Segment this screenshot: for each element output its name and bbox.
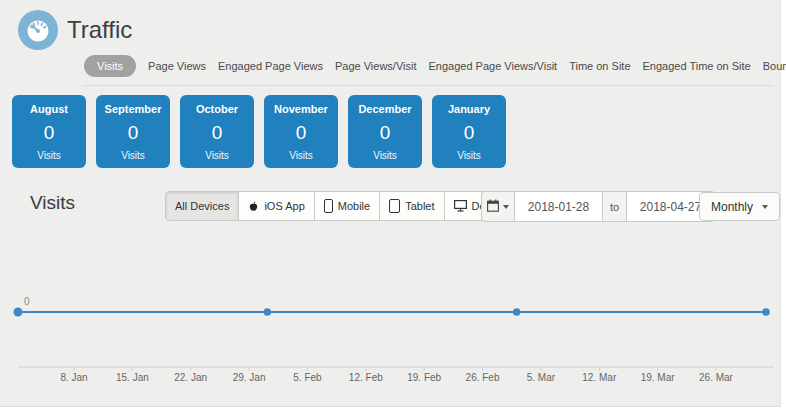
- data-point[interactable]: [14, 308, 23, 317]
- card-september[interactable]: September 0 Visits: [96, 95, 170, 168]
- traffic-gauge-icon: [18, 10, 58, 50]
- tab-engaged-page-views-per-visit[interactable]: Engaged Page Views/Visit: [429, 60, 558, 72]
- tab-time-on-site[interactable]: Time on Site: [569, 60, 630, 72]
- card-month-label: October: [196, 103, 238, 115]
- x-axis-label: 5. Feb: [293, 372, 322, 383]
- filter-label: iOS App: [264, 200, 304, 212]
- tab-engaged-page-views[interactable]: Engaged Page Views: [218, 60, 323, 72]
- card-month-label: December: [358, 103, 411, 115]
- filter-ios-app[interactable]: iOS App: [239, 191, 314, 221]
- x-axis-label: 5. Mar: [527, 372, 556, 383]
- card-november[interactable]: November 0 Visits: [264, 95, 338, 168]
- data-point[interactable]: [762, 308, 770, 316]
- device-filter-group: All Devices iOS App Mobile Tablet: [165, 191, 522, 221]
- filter-mobile[interactable]: Mobile: [315, 191, 380, 221]
- card-january[interactable]: January 0 Visits: [432, 95, 506, 168]
- data-point[interactable]: [264, 308, 272, 316]
- visits-line-chart: 8. Jan15. Jan22. Jan29. Jan5. Feb12. Feb…: [0, 240, 782, 405]
- metric-tabs: Visits Page Views Engaged Page Views Pag…: [84, 53, 786, 79]
- apple-icon: [248, 200, 259, 213]
- tab-visits[interactable]: Visits: [84, 55, 136, 77]
- tab-page-views[interactable]: Page Views: [148, 60, 206, 72]
- card-value: 0: [296, 122, 307, 144]
- desktop-icon: [454, 200, 467, 212]
- filter-all-devices[interactable]: All Devices: [165, 191, 239, 221]
- start-date-input[interactable]: [515, 191, 603, 222]
- x-axis-label: 8. Jan: [60, 372, 87, 383]
- card-unit-label: Visits: [37, 150, 61, 161]
- tab-engaged-time-on-site[interactable]: Engaged Time on Site: [643, 60, 751, 72]
- filter-label: Tablet: [405, 200, 434, 212]
- chevron-down-icon: [762, 205, 768, 209]
- calendar-dropdown-button[interactable]: [481, 191, 515, 222]
- mobile-icon: [324, 199, 333, 213]
- traffic-dashboard: Traffic Visits Page Views Engaged Page V…: [0, 0, 786, 415]
- card-unit-label: Visits: [289, 150, 313, 161]
- tabs-divider: [82, 85, 774, 86]
- chevron-down-icon: [503, 205, 509, 209]
- x-axis-label: 29. Jan: [233, 372, 266, 383]
- card-month-label: September: [105, 103, 162, 115]
- card-month-label: August: [30, 103, 68, 115]
- card-august[interactable]: August 0 Visits: [12, 95, 86, 168]
- x-axis-label: 19. Mar: [641, 372, 676, 383]
- card-october[interactable]: October 0 Visits: [180, 95, 254, 168]
- filter-tablet[interactable]: Tablet: [380, 191, 444, 221]
- date-range-picker: to: [481, 191, 715, 222]
- card-unit-label: Visits: [373, 150, 397, 161]
- x-axis-label: 22. Jan: [174, 372, 207, 383]
- granularity-value: Monthly: [711, 200, 753, 214]
- chart-canvas: 8. Jan15. Jan22. Jan29. Jan5. Feb12. Feb…: [0, 240, 782, 405]
- tablet-icon: [389, 199, 400, 213]
- card-unit-label: Visits: [121, 150, 145, 161]
- x-axis-label: 15. Jan: [116, 372, 149, 383]
- filter-label: Mobile: [338, 200, 370, 212]
- card-month-label: January: [448, 103, 490, 115]
- card-month-label: November: [274, 103, 328, 115]
- card-value: 0: [464, 122, 475, 144]
- card-value: 0: [212, 122, 223, 144]
- x-axis-label: 19. Feb: [407, 372, 441, 383]
- card-value: 0: [128, 122, 139, 144]
- calendar-icon: [487, 198, 499, 216]
- card-unit-label: Visits: [457, 150, 481, 161]
- card-unit-label: Visits: [205, 150, 229, 161]
- x-axis-label: 12. Mar: [582, 372, 617, 383]
- x-axis-label: 26. Mar: [699, 372, 734, 383]
- x-axis-label: 12. Feb: [349, 372, 383, 383]
- data-point[interactable]: [513, 308, 521, 316]
- granularity-select[interactable]: Monthly: [699, 192, 780, 221]
- month-summary-cards: August 0 Visits September 0 Visits Octob…: [12, 95, 506, 168]
- x-axis-label: 26. Feb: [466, 372, 500, 383]
- card-value: 0: [44, 122, 55, 144]
- tab-bounce-rate[interactable]: Bounce Rate: [763, 60, 786, 72]
- data-point-label: 0: [24, 296, 30, 307]
- page-title: Traffic: [67, 16, 132, 44]
- date-range-to-label: to: [603, 191, 627, 222]
- chart-section-title: Visits: [30, 192, 75, 214]
- tab-page-views-per-visit[interactable]: Page Views/Visit: [335, 60, 417, 72]
- card-value: 0: [380, 122, 391, 144]
- filter-label: All Devices: [175, 200, 229, 212]
- card-december[interactable]: December 0 Visits: [348, 95, 422, 168]
